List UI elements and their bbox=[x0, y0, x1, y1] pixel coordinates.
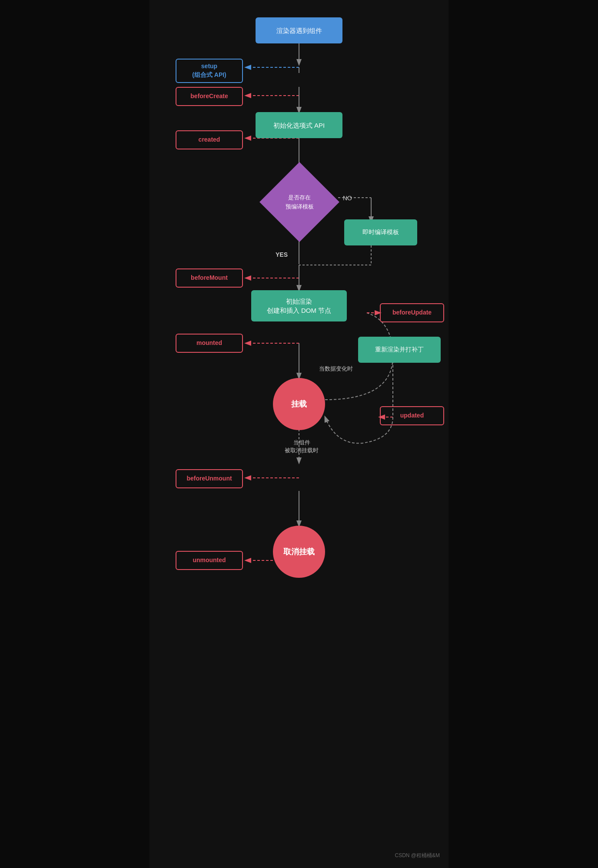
init-options-api-box: 初始化选项式 API bbox=[256, 112, 342, 138]
when-unmount-label: 当组件 被取消挂载时 bbox=[276, 439, 328, 454]
yes-label: YES bbox=[276, 251, 288, 258]
no-label: NO bbox=[343, 195, 352, 202]
setup-api-box: setup (组合式 API) bbox=[176, 59, 243, 83]
precompiled-template-diamond: 是否存在 预编译模板 bbox=[259, 162, 339, 242]
data-change-label: 当数据变化时 bbox=[319, 365, 353, 373]
before-mount-box: beforeMount bbox=[176, 268, 243, 288]
re-render-box: 重新渲染并打补丁 bbox=[358, 337, 441, 363]
created-box: created bbox=[176, 130, 243, 149]
before-create-box: beforeCreate bbox=[176, 87, 243, 106]
renderer-meets-component: 渲染器遇到组件 bbox=[256, 17, 342, 43]
mounted-box: mounted bbox=[176, 334, 243, 353]
initial-render-box: 初始渲染 创建和插入 DOM 节点 bbox=[251, 290, 347, 321]
updated-box: updated bbox=[380, 406, 444, 425]
jit-compile-box: 即时编译模板 bbox=[344, 219, 417, 245]
mounted-circle: 挂载 bbox=[273, 378, 325, 430]
watermark: CSDN @程桶桶&M bbox=[395, 852, 440, 859]
unmounted-box: unmounted bbox=[176, 551, 243, 570]
before-unmount-box: beforeUnmount bbox=[176, 469, 243, 488]
diagram-container: 渲染器遇到组件 setup (组合式 API) beforeCreate 初始化… bbox=[150, 0, 448, 868]
before-update-box: beforeUpdate bbox=[380, 303, 444, 322]
unmount-circle: 取消挂载 bbox=[273, 526, 325, 578]
